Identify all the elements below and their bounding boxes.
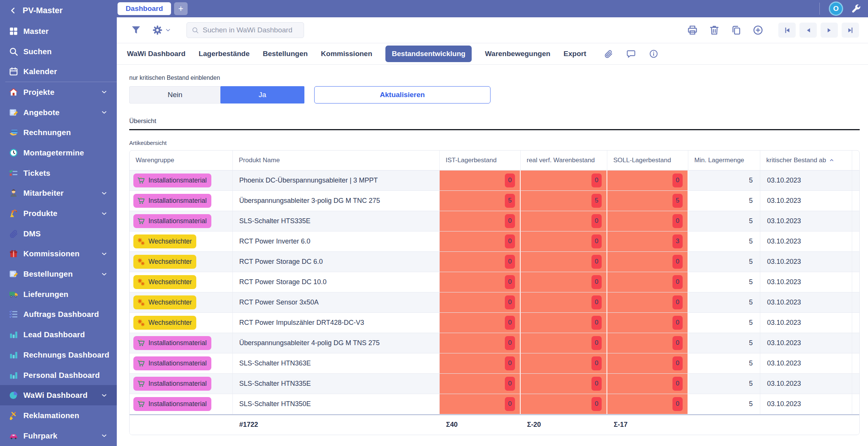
wrench-icon[interactable] (851, 3, 861, 14)
sidebar-item-lieferungen[interactable]: Lieferungen (0, 284, 117, 304)
sidebar-item-personal-dashboard[interactable]: Personal Dashboard (0, 365, 117, 385)
gears-icon (137, 237, 145, 246)
table-row[interactable]: Installationsmaterial SLS-Schalter HTN36… (130, 353, 859, 374)
overview-section-label[interactable]: Übersicht (129, 117, 868, 125)
sidebar-item-kalender[interactable]: Kalender (0, 61, 117, 82)
soll-lagerbestand-cell: 3 (607, 231, 688, 251)
sidebar-item-produkte[interactable]: Produkte (0, 203, 117, 224)
settings-menu[interactable] (151, 24, 171, 36)
refresh-button[interactable]: Aktualisieren (314, 86, 491, 104)
sidebar-item-label: Personal Dashboard (23, 371, 100, 380)
ist-lagerbestand-cell: 0 (440, 272, 521, 292)
filter-icon[interactable] (130, 24, 142, 36)
table-row[interactable]: Wechselrichter RCT Power Storage DC 10.0… (130, 272, 859, 292)
prev-page-icon[interactable] (799, 23, 817, 38)
printer-icon[interactable] (686, 24, 698, 36)
search-input[interactable] (203, 26, 299, 34)
sidebar-item-rechnungs-dashboard[interactable]: Rechnungs Dashboard (0, 345, 117, 365)
last-page-icon[interactable] (842, 23, 859, 38)
trash-icon[interactable] (708, 24, 720, 36)
grid-icon (8, 26, 18, 36)
tab-bestellungen[interactable]: Bestellungen (263, 50, 308, 58)
back-chevron-icon[interactable] (9, 6, 17, 15)
tab-wawi-dashboard[interactable]: WaWi Dashboard (127, 50, 185, 58)
table-row[interactable]: Wechselrichter RCT Power Sensor 3x50A 0 … (130, 292, 859, 313)
tab-warenbewegungen[interactable]: Warenbewegungen (485, 50, 550, 58)
tab-lagerbest-nde[interactable]: Lagerbestände (199, 50, 249, 58)
table-row[interactable]: Wechselrichter RCT Power Inverter 6.0 0 … (130, 231, 859, 252)
sidebar-item-tickets[interactable]: Tickets (0, 163, 117, 183)
sidebar-item-dms[interactable]: DMS (0, 224, 117, 244)
sidebar-item-bestellungen[interactable]: Bestellungen (0, 264, 117, 284)
gear-icon[interactable] (151, 24, 163, 36)
window-tab-dashboard[interactable]: Dashboard (118, 2, 171, 15)
toggle-ja-button[interactable]: Ja (220, 86, 304, 104)
warengruppe-badge: Wechselrichter (133, 234, 196, 248)
real-warenbestand-cell: 0 (521, 231, 607, 251)
column-header-min-lagermenge[interactable]: Min. Lagermenge (688, 151, 760, 170)
table-row[interactable]: Wechselrichter RCT Power Storage DC 6.0 … (130, 252, 859, 272)
table-row[interactable]: Installationsmaterial Überspannungsablei… (130, 333, 859, 353)
column-header-produkt-name[interactable]: Produkt Name (233, 151, 440, 170)
warengruppe-badge: Wechselrichter (133, 295, 196, 309)
table-row[interactable]: Installationsmaterial Überspannungsablei… (130, 191, 859, 211)
gears-icon (137, 278, 145, 286)
table-row[interactable]: Installationsmaterial SLS-Schalter HTN33… (130, 374, 859, 394)
table-row[interactable]: Installationsmaterial SLS-Schalter HTN35… (130, 394, 859, 414)
sidebar-item-kommissionen[interactable]: Kommissionen (0, 244, 117, 264)
warengruppe-label: Wechselrichter (148, 258, 192, 266)
product-name-cell: Überspannungsableiter 4-polig DG M TNS 2… (233, 333, 440, 353)
sidebar-item-lead-dashboard[interactable]: Lead Dashboard (0, 324, 117, 345)
real-value-pill: 0 (591, 174, 602, 187)
toggle-nein-button[interactable]: Nein (129, 86, 220, 104)
kritischer-bestand-cell: 03.10.2023 (760, 272, 852, 292)
sidebar-item-label: WaWi Dashboard (23, 391, 87, 400)
chevron-down-icon[interactable] (165, 27, 171, 33)
warengruppe-cell: Wechselrichter (130, 272, 233, 292)
tab-bestandsentwicklung[interactable]: Bestandsentwicklung (385, 46, 472, 62)
soll-value-pill: 0 (672, 377, 683, 391)
comment-icon[interactable] (625, 48, 637, 60)
product-name-cell: SLS-Schalter HTN363E (233, 353, 440, 373)
column-header-kritischer-bestand-ab[interactable]: kritischer Bestand ab (760, 151, 852, 170)
sidebar-item-projekte[interactable]: Projekte (0, 82, 117, 102)
column-header-ist-lagerbestand[interactable]: IST-Lagerbestand (440, 151, 521, 170)
first-page-icon[interactable] (778, 23, 796, 38)
search-box[interactable] (186, 22, 304, 38)
copy-icon[interactable] (730, 24, 742, 36)
chevron-down-icon (101, 88, 108, 96)
info-icon[interactable] (648, 48, 659, 60)
product-name-cell: SLS-Schalter HTN335E (233, 374, 440, 394)
table-row[interactable]: Installationsmaterial Phoenix DC-Überspa… (130, 170, 859, 191)
sidebar-item-suchen[interactable]: Suchen (0, 41, 117, 62)
table-row[interactable]: Wechselrichter RCT Power Impulszähler DR… (130, 313, 859, 333)
column-header-real-verf-warenbestand[interactable]: real verf. Warenbestand (521, 151, 607, 170)
table-row[interactable]: Installationsmaterial SLS-Schalter HTS33… (130, 211, 859, 231)
next-page-icon[interactable] (821, 23, 838, 38)
column-header-soll-lagerbestand[interactable]: SOLL-Lagerbestand (607, 151, 688, 170)
sidebar-item-master[interactable]: Master (0, 21, 117, 41)
sidebar-item-wawi-dashboard[interactable]: WaWi Dashboard (0, 385, 117, 405)
gears-icon (137, 318, 145, 327)
payment-icon (8, 128, 18, 138)
sidebar-item-angebote[interactable]: Angebote (0, 102, 117, 123)
table-header-row: Warengruppe Produkt Name IST-Lagerbestan… (130, 151, 859, 170)
sidebar-item-mitarbeiter[interactable]: Mitarbeiter (0, 183, 117, 204)
attachment-icon[interactable] (602, 48, 614, 60)
sidebar-item-auftrags-dashboard[interactable]: Auftrags Dashboard (0, 304, 117, 325)
tab-kommissionen[interactable]: Kommissionen (321, 50, 372, 58)
avatar[interactable]: O (829, 2, 843, 16)
column-header-warengruppe[interactable]: Warengruppe (130, 151, 233, 170)
add-window-tab-button[interactable]: + (174, 2, 188, 15)
soll-value-pill: 0 (672, 255, 683, 269)
sidebar-item-rechnungen[interactable]: Rechnungen (0, 122, 117, 143)
clock-icon (8, 148, 18, 158)
sidebar-header[interactable]: PV-Master (0, 0, 117, 21)
plus-circle-icon[interactable] (752, 24, 764, 36)
sidebar-item-fuhrpark[interactable]: Fuhrpark (0, 426, 117, 446)
sidebar-item-montagetermine[interactable]: Montagetermine (0, 143, 117, 163)
topbar-divider (819, 3, 820, 15)
sidebar-item-reklamationen[interactable]: Reklamationen (0, 405, 117, 426)
tab-export[interactable]: Export (564, 50, 586, 58)
real-value-pill: 0 (591, 356, 602, 370)
